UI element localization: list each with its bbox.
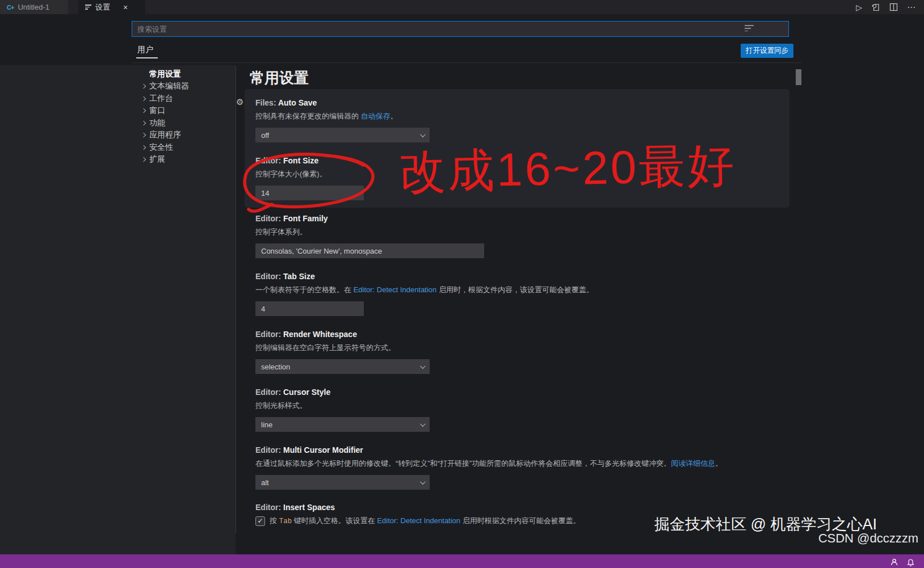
setting-category: Editor:: [255, 156, 283, 165]
chevron-down-icon: [420, 363, 426, 369]
setting-select[interactable]: selection: [255, 359, 430, 374]
toc-item[interactable]: 功能: [140, 117, 233, 129]
toc-item[interactable]: 文本编辑器: [140, 81, 233, 93]
select-value: selection: [261, 363, 290, 371]
toc-item[interactable]: 扩展: [140, 154, 233, 166]
description-text: 。: [390, 112, 398, 120]
setting-description: 一个制表符等于的空格数。在 Editor: Detect Indentation…: [255, 285, 792, 295]
toc-item[interactable]: 窗口: [140, 105, 233, 117]
setting-control: alt: [255, 475, 792, 490]
settings-link[interactable]: Editor: Detect Indentation: [354, 285, 437, 294]
description-text: 控制字体系列。: [255, 228, 307, 236]
setting-select[interactable]: line: [255, 417, 430, 432]
run-icon[interactable]: ▷: [856, 3, 862, 11]
setting-name: Insert Spaces: [283, 503, 335, 512]
setting-control: Consolas, 'Courier New', monospace: [255, 243, 792, 258]
setting-control: off: [255, 128, 792, 142]
toc-item-label: 工作台: [149, 94, 173, 104]
tab-active-underline: [136, 57, 158, 58]
more-actions-icon[interactable]: ⋯: [907, 2, 916, 12]
setting-label: Editor: Insert Spaces: [255, 503, 792, 512]
chevron-right-icon: [141, 96, 146, 101]
description-text: Tab: [279, 517, 292, 525]
setting-input[interactable]: 4: [255, 301, 364, 316]
setting-label: Editor: Render Whitespace: [255, 330, 792, 339]
search-input[interactable]: [132, 21, 789, 37]
description-text: 一个制表符等于的空格数。在: [255, 285, 354, 294]
scrollbar-thumb[interactable]: [796, 69, 801, 85]
vscode-window: C+ Untitled-1 设置 × ▷ ⋯ 用户 打开设置同步: [0, 0, 924, 568]
description-text: 。: [715, 459, 723, 468]
tab-untitled-1[interactable]: C+ Untitled-1: [0, 0, 68, 14]
setting-description: 控制编辑器在空白字符上显示符号的方式。: [255, 343, 792, 353]
watermark-csdn: CSDN @dcczzzm: [818, 531, 918, 546]
setting-select[interactable]: alt: [255, 475, 430, 490]
tab-title: 设置: [95, 2, 110, 12]
setting-row: Editor: Font Family 控制字体系列。 Consolas, 'C…: [255, 214, 792, 258]
setting-input[interactable]: 14: [255, 186, 364, 200]
settings-link[interactable]: Editor: Detect Indentation: [377, 516, 460, 525]
toc-item-label: 常用设置: [149, 69, 181, 79]
bell-icon[interactable]: [906, 558, 915, 566]
setting-name: Font Family: [283, 214, 328, 223]
setting-name: Auto Save: [278, 98, 317, 107]
tab-title: Untitled-1: [18, 3, 49, 11]
toc-item-label: 文本编辑器: [149, 81, 189, 91]
settings-sync-button[interactable]: 打开设置同步: [741, 44, 793, 58]
tab-settings[interactable]: 设置 ×: [78, 0, 145, 14]
setting-category: Files:: [255, 98, 278, 107]
gear-icon[interactable]: ⚙: [236, 97, 243, 107]
chevron-down-icon: [420, 479, 426, 485]
chevron-down-icon: [420, 132, 426, 137]
description-text: 启用时，根据文件内容，该设置可能会被覆盖。: [436, 285, 594, 294]
account-icon[interactable]: [890, 558, 898, 566]
toc-item[interactable]: 应用程序: [140, 129, 233, 142]
checkbox-checked[interactable]: ✓: [255, 516, 265, 526]
setting-name: Font Size: [283, 156, 318, 165]
toc-item-label: 功能: [149, 118, 165, 128]
setting-description: 控制字体系列。: [255, 227, 792, 237]
toc-item[interactable]: 安全性: [140, 141, 233, 154]
select-value: alt: [261, 478, 269, 487]
setting-row: Editor: Render Whitespace 控制编辑器在空白字符上显示符…: [255, 330, 792, 374]
chevron-right-icon: [141, 145, 146, 150]
settings-link[interactable]: 阅读详细信息: [671, 459, 715, 468]
toc-item-label: 安全性: [149, 142, 173, 153]
setting-description: 控制光标样式。: [255, 401, 792, 411]
setting-control: 14: [255, 186, 792, 200]
chevron-right-icon: [141, 108, 146, 113]
settings-link[interactable]: 自动保存: [361, 112, 390, 120]
close-icon[interactable]: ×: [123, 3, 128, 12]
settings-sliders-icon: [85, 5, 91, 10]
settings-toc: 常用设置 文本编辑器 工作台 窗口 功能 应用程序 安全性 扩展: [140, 68, 233, 166]
description-text: 按: [270, 516, 279, 525]
setting-control: line: [255, 417, 792, 432]
page-title: 常用设置: [250, 68, 309, 88]
setting-row: Editor: Multi Cursor Modifier 在通过鼠标添加多个光…: [255, 445, 792, 490]
setting-input[interactable]: Consolas, 'Courier New', monospace: [255, 243, 484, 258]
split-editor-icon[interactable]: [889, 3, 898, 11]
setting-name: Tab Size: [283, 272, 315, 281]
select-value: line: [261, 420, 272, 429]
setting-description: 控制字体大小(像素)。: [255, 169, 792, 179]
setting-description: 在通过鼠标添加多个光标时使用的修改键。“转到定义”和“打开链接”功能所需的鼠标动…: [255, 458, 792, 469]
description-text: 启用时根据文件内容可能会被覆盖。: [460, 516, 581, 525]
setting-category: Editor:: [255, 272, 283, 281]
open-changes-icon[interactable]: [871, 3, 880, 12]
toc-item-label: 窗口: [149, 106, 165, 116]
tab-user-scope[interactable]: 用户: [137, 45, 153, 55]
filter-icon[interactable]: [745, 25, 754, 31]
setting-name: Cursor Style: [283, 388, 330, 397]
setting-row: Editor: Font Size 控制字体大小(像素)。 14: [255, 156, 792, 200]
toc-item[interactable]: 工作台: [140, 92, 233, 105]
setting-name: Multi Cursor Modifier: [283, 445, 363, 455]
header-divider: [132, 62, 801, 63]
description-text: 控制字体大小(像素)。: [255, 170, 327, 178]
setting-select[interactable]: off: [255, 128, 430, 142]
setting-label: Files: Auto Save: [255, 98, 792, 107]
editor-toolbar: ▷ ⋯: [856, 0, 916, 14]
toc-item[interactable]: 常用设置: [140, 68, 233, 81]
status-bar: [0, 554, 924, 568]
description-text: 控制编辑器在空白字符上显示符号的方式。: [255, 343, 396, 352]
tab-bar: C+ Untitled-1 设置 × ▷ ⋯: [0, 0, 924, 14]
